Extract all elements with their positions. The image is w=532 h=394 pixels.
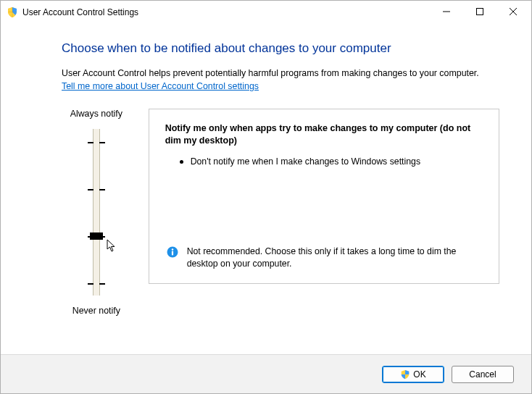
cancel-button[interactable]: Cancel [452,366,514,383]
main-row: Always notify Never notify [62,109,499,316]
recommendation-row: Not recommended. Choose this only if it … [165,246,483,270]
svg-rect-0 [477,9,483,15]
ok-button-label: OK [413,369,425,380]
notification-level-slider[interactable] [62,129,131,296]
slider-tick [88,283,93,285]
dialog-footer: OK Cancel [1,354,531,393]
slider-tick [99,189,105,190]
ok-button[interactable]: OK [382,366,444,383]
slider-column: Always notify Never notify [62,109,131,316]
slider-label-top: Always notify [62,109,131,119]
notification-description-panel: Notify me only when apps try to make cha… [149,109,499,284]
slider-tick [88,189,93,190]
panel-title: Notify me only when apps try to make cha… [165,122,483,147]
learn-more-link[interactable]: Tell me more about User Account Control … [62,81,259,91]
slider-tick [99,283,105,285]
content-area: Choose when to be notified about changes… [1,24,531,316]
svg-point-2 [171,248,173,251]
window-controls [430,1,530,24]
info-icon [167,246,178,258]
panel-bullet: Don't notify me when I make changes to W… [165,156,483,168]
slider-track [93,129,100,296]
slider-label-bottom: Never notify [62,306,131,316]
maximize-button[interactable] [463,1,496,22]
svg-rect-3 [172,251,173,256]
minimize-button[interactable] [430,1,463,22]
slider-thumb[interactable] [90,232,103,240]
window-title: User Account Control Settings [22,7,430,17]
cancel-button-label: Cancel [469,369,496,380]
uac-shield-icon [7,7,18,18]
bullet-icon [180,160,183,164]
panel-bullet-text: Don't notify me when I make changes to W… [191,156,420,168]
recommendation-text: Not recommended. Choose this only if it … [187,246,483,270]
titlebar: User Account Control Settings [1,1,531,24]
slider-tick [99,142,105,143]
uac-shield-icon [400,369,410,380]
page-description: User Account Control helps prevent poten… [62,67,499,80]
page-heading: Choose when to be notified about changes… [62,41,499,56]
slider-tick [88,142,93,143]
cursor-icon [107,239,117,252]
close-button[interactable] [496,1,530,22]
